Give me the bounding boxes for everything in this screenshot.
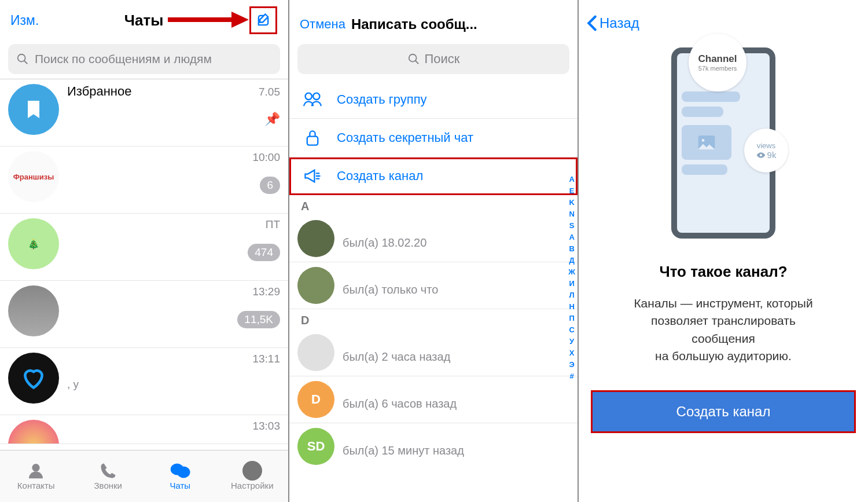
badge-sub: 9k [756,150,777,160]
chat-row[interactable]: 13:11 , у [0,348,288,415]
chat-time: 7.05 [259,86,280,98]
back-button[interactable]: Назад [579,0,868,37]
settings-avatar-icon [241,462,263,479]
contact-status: был(а) только что [343,283,438,296]
index-letter[interactable]: Х [568,347,575,359]
avatar [8,420,59,444]
screen-title: Написать сообщ... [351,16,477,32]
avatar [8,285,59,336]
index-letter[interactable]: S [568,220,575,232]
screen-title: Чаты [124,12,164,30]
chat-time: 10:00 [252,151,280,164]
avatar: SD [297,428,334,465]
chat-row[interactable]: 13:29 11,5K [0,281,288,348]
avatar [8,353,59,404]
channel-intro-screen: Назад Channel 57k members views 9k [579,0,868,502]
avatar [297,220,334,257]
unread-badge: 474 [248,244,280,261]
svg-point-13 [702,139,705,142]
chat-row[interactable]: Избранное 7.05 📌 [0,79,288,146]
search-placeholder: Поиск по сообщениям и людям [35,52,212,66]
contact-row[interactable]: был(а) 18.02.20 [289,215,578,262]
index-letter[interactable]: У [568,336,575,347]
chat-time: 13:11 [252,353,280,365]
contact-status: был(а) 18.02.20 [343,236,426,250]
edit-button[interactable]: Изм. [10,13,39,28]
index-letter[interactable]: Н [568,301,575,313]
tab-label: Контакты [17,481,55,490]
create-group-button[interactable]: Создать группу [289,81,578,119]
alphabet-index[interactable]: AEKNSАВДЖИЛНПСУХЭ# [568,174,575,382]
tab-label: Настройки [231,481,274,490]
chat-row[interactable]: 13:03 [0,415,288,444]
index-letter[interactable]: В [568,243,575,255]
header: Отмена Написать сообщ... [289,0,578,41]
svg-point-10 [313,93,319,100]
index-letter[interactable]: А [568,232,575,243]
index-letter[interactable]: # [568,371,575,382]
index-letter[interactable]: K [568,197,575,208]
tab-settings[interactable]: Настройки [216,450,289,502]
compose-icon [255,12,271,28]
tab-chats[interactable]: Чаты [144,450,216,502]
contact-status: был(а) 2 часа назад [343,350,450,364]
index-letter[interactable]: П [568,313,575,324]
contact-row[interactable]: SD был(а) 15 минут назад [289,423,578,470]
search-input[interactable]: Поиск по сообщениям и людям [8,44,280,74]
index-letter[interactable]: Ж [568,266,575,278]
person-icon [25,462,47,479]
compose-screen: Отмена Написать сообщ... Поиск Создать г… [289,0,579,502]
create-channel-button[interactable]: Создать канал [289,157,578,195]
back-label: Назад [599,15,639,31]
channel-illustration: Channel 57k members views 9k [579,47,868,239]
contact-row[interactable]: был(а) только что [289,262,578,309]
chat-row[interactable]: 🎄 ПТ 474 [0,214,288,281]
heading: Что такое канал? [579,263,868,281]
svg-point-6 [177,467,190,478]
cancel-button[interactable]: Отмена [300,17,345,32]
contact-status: был(а) 6 часов назад [343,397,457,411]
svg-line-8 [415,61,418,64]
chat-name: Избранное [67,84,132,99]
search-icon [407,53,420,65]
compose-button[interactable] [249,6,277,34]
chat-row[interactable]: Франшизы 10:00 6 [0,146,288,214]
svg-point-7 [409,54,416,62]
avatar [8,84,59,135]
index-letter[interactable]: С [568,324,575,336]
action-label: Создать группу [337,92,427,107]
contact-row[interactable]: D был(а) 6 часов назад [289,376,578,423]
svg-point-4 [32,464,40,471]
index-letter[interactable]: N [568,208,575,220]
search-icon [16,53,29,65]
chat-time: ПТ [266,218,280,231]
chevron-left-icon [587,15,597,31]
chat-time: 13:29 [252,285,280,298]
chats-screen: Изм. Чаты Поиск по сообщениям и людям Из… [0,0,289,502]
index-letter[interactable]: Д [568,255,575,266]
index-letter[interactable]: Э [568,359,575,371]
section-header: A [289,195,578,215]
tab-calls[interactable]: Звонки [72,450,145,502]
create-channel-button[interactable]: Создать канал [593,392,854,431]
badge-title: Channel [698,53,737,65]
group-icon [301,91,324,108]
index-letter[interactable]: И [568,278,575,290]
create-secret-chat-button[interactable]: Создать секретный чат [289,119,578,157]
tab-bar: Контакты Звонки Чаты Настройки [0,450,288,502]
index-letter[interactable]: Л [568,290,575,301]
badge-sub: 57k members [698,65,737,72]
tab-contacts[interactable]: Контакты [0,450,72,502]
search-input[interactable]: Поиск [297,44,569,74]
heart-icon [21,365,46,391]
description: Каналы — инструмент, который позволяет т… [596,295,851,365]
svg-point-9 [306,93,312,100]
index-letter[interactable]: A [568,174,575,185]
svg-point-2 [18,54,25,62]
index-letter[interactable]: E [568,185,575,197]
avatar: 🎄 [8,218,59,269]
unread-badge: 6 [260,177,280,194]
contact-row[interactable]: был(а) 2 часа назад [289,329,578,376]
avatar: Франшизы [8,151,59,202]
tab-label: Чаты [170,481,190,490]
